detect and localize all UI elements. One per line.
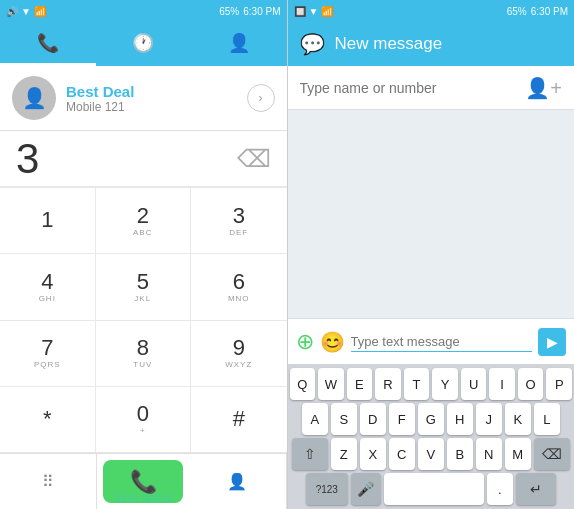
key-period[interactable]: . — [487, 473, 513, 505]
dial-key-4[interactable]: 4GHI — [0, 254, 96, 320]
call-button[interactable]: 📞 — [103, 460, 183, 503]
tab-recent[interactable]: 🕐 — [96, 22, 192, 66]
key-h[interactable]: H — [447, 403, 473, 435]
key-x[interactable]: X — [360, 438, 386, 470]
key-e[interactable]: E — [347, 368, 373, 400]
key-i[interactable]: I — [489, 368, 515, 400]
avatar: 👤 — [12, 76, 56, 120]
tab-phone[interactable]: 📞 — [0, 22, 96, 66]
bottom-bar: ⠿ 📞 👤 fone arena — [0, 453, 287, 509]
contact-name: Best Deal — [66, 83, 237, 100]
shift-key[interactable]: ⇧ — [292, 438, 328, 470]
contact-card: 👤 Best Deal Mobile 121 › — [0, 66, 287, 131]
key-space[interactable] — [384, 473, 484, 505]
key-y[interactable]: Y — [432, 368, 458, 400]
right-panel: 🔲 ▼ 📶 65% 6:30 PM 💬 New message 👤+ ⊕ 😊 ▶… — [288, 0, 575, 509]
key-b[interactable]: B — [447, 438, 473, 470]
dial-key-5[interactable]: 5JKL — [96, 254, 192, 320]
keyboard-row-4: ?123 🎤 . ↵ — [290, 473, 573, 505]
compose-emoji-btn[interactable]: 😊 — [320, 330, 345, 354]
key-j[interactable]: J — [476, 403, 502, 435]
keyboard-backspace[interactable]: ⌫ — [534, 438, 570, 470]
key-enter[interactable]: ↵ — [516, 473, 556, 505]
signal-icon-right: 📶 — [321, 6, 333, 17]
status-icons-left: 🔊 ▼ 📶 — [6, 6, 46, 17]
status-bar-left: 🔊 ▼ 📶 65% 6:30 PM — [0, 0, 287, 22]
dial-key-0[interactable]: 0+ — [96, 387, 192, 453]
contacts-tab-icon: 👤 — [228, 32, 250, 54]
key-c[interactable]: C — [389, 438, 415, 470]
message-header-icon: 💬 — [300, 32, 325, 56]
send-button[interactable]: ▶ — [538, 328, 566, 356]
contacts-btn[interactable]: 👤 — [189, 454, 286, 509]
message-area — [288, 110, 575, 318]
key-o[interactable]: O — [518, 368, 544, 400]
dial-key-7[interactable]: 7PQRS — [0, 321, 96, 387]
dial-key-3[interactable]: 3DEF — [191, 188, 287, 254]
key-m[interactable]: M — [505, 438, 531, 470]
contact-sub: Mobile 121 — [66, 100, 237, 114]
send-icon: ▶ — [547, 334, 558, 350]
dialpad-grid: 1 2ABC 3DEF 4GHI 5JKL 6MNO 7PQRS 8TUV 9W… — [0, 187, 287, 453]
contact-info: Best Deal Mobile 121 — [66, 83, 237, 114]
wifi-icon-right: ▼ — [309, 6, 319, 17]
dial-key-1[interactable]: 1 — [0, 188, 96, 254]
key-w[interactable]: W — [318, 368, 344, 400]
status-icons-right: 🔲 ▼ 📶 — [294, 6, 334, 17]
key-r[interactable]: R — [375, 368, 401, 400]
tab-bar: 📞 🕐 👤 — [0, 22, 287, 66]
message-header-title: New message — [335, 34, 563, 54]
status-bar-right: 🔲 ▼ 📶 65% 6:30 PM — [288, 0, 575, 22]
right-status: 65% 6:30 PM — [219, 6, 280, 17]
dial-key-8[interactable]: 8TUV — [96, 321, 192, 387]
keyboard: Q W E R T Y U I O P A S D F G H J K L ⇧ … — [288, 364, 575, 509]
keyboard-row-2: A S D F G H J K L — [290, 403, 573, 435]
battery-right: 65% — [507, 6, 527, 17]
name-highlight: Deal — [103, 83, 135, 100]
tab-contacts[interactable]: 👤 — [191, 22, 287, 66]
key-d[interactable]: D — [360, 403, 386, 435]
dial-key-2[interactable]: 2ABC — [96, 188, 192, 254]
key-num-switch[interactable]: ?123 — [306, 473, 348, 505]
dialpad-toggle-btn[interactable]: ⠿ — [0, 454, 97, 509]
backspace-btn[interactable]: ⌫ — [237, 145, 271, 173]
key-mic[interactable]: 🎤 — [351, 473, 381, 505]
key-n[interactable]: N — [476, 438, 502, 470]
compose-input[interactable] — [351, 332, 533, 352]
signal-icon: 📶 — [34, 6, 46, 17]
dial-key-hash[interactable]: # — [191, 387, 287, 453]
recipient-input[interactable] — [300, 80, 518, 96]
time-left: 6:30 PM — [243, 6, 280, 17]
key-q[interactable]: Q — [290, 368, 316, 400]
dial-key-6[interactable]: 6MNO — [191, 254, 287, 320]
time-right: 6:30 PM — [531, 6, 568, 17]
wifi-icon: ▼ — [21, 6, 31, 17]
key-f[interactable]: F — [389, 403, 415, 435]
key-v[interactable]: V — [418, 438, 444, 470]
dial-key-star[interactable]: * — [0, 387, 96, 453]
left-panel: 🔊 ▼ 📶 65% 6:30 PM 📞 🕐 👤 👤 Best Deal — [0, 0, 287, 509]
key-s[interactable]: S — [331, 403, 357, 435]
contact-expand-btn[interactable]: › — [247, 84, 275, 112]
key-t[interactable]: T — [404, 368, 430, 400]
avatar-icon: 👤 — [22, 86, 47, 110]
key-p[interactable]: P — [546, 368, 572, 400]
compose-add-btn[interactable]: ⊕ — [296, 329, 314, 355]
key-k[interactable]: K — [505, 403, 531, 435]
key-z[interactable]: Z — [331, 438, 357, 470]
phone-tab-icon: 📞 — [37, 32, 59, 54]
key-g[interactable]: G — [418, 403, 444, 435]
key-l[interactable]: L — [534, 403, 560, 435]
key-u[interactable]: U — [461, 368, 487, 400]
compose-bar: ⊕ 😊 ▶ — [288, 318, 575, 364]
add-contact-icon[interactable]: 👤+ — [525, 76, 562, 100]
key-a[interactable]: A — [302, 403, 328, 435]
name-prefix: Best — [66, 83, 103, 100]
recent-tab-icon: 🕐 — [132, 32, 154, 54]
screenshot-icon: 🔲 — [294, 6, 306, 17]
contact-sub-text: Mobile 121 — [66, 100, 125, 114]
dial-key-9[interactable]: 9WXYZ — [191, 321, 287, 387]
dial-display: 3 ⌫ — [0, 131, 287, 187]
keyboard-row-1: Q W E R T Y U I O P — [290, 368, 573, 400]
volume-icon: 🔊 — [6, 6, 18, 17]
